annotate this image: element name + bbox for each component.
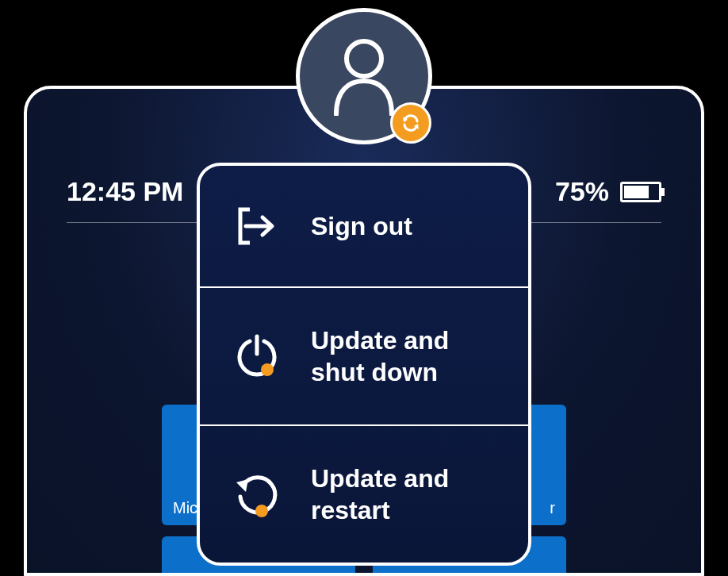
menu-item-label: Update and restart (311, 463, 495, 526)
sync-icon (400, 112, 422, 134)
status-right: 75% (555, 176, 661, 207)
avatar[interactable] (296, 8, 432, 144)
svg-point-7 (255, 505, 268, 517)
update-shutdown-button[interactable]: Update and shut down (200, 286, 528, 424)
restart-update-icon (233, 470, 281, 518)
tile-label: Mic (173, 499, 197, 517)
battery-icon (620, 182, 661, 202)
battery-percent: 75% (555, 176, 609, 207)
power-menu: Sign out Update and shut down Update (197, 163, 531, 566)
power-update-icon (233, 332, 281, 380)
svg-point-5 (261, 363, 274, 376)
avatar-container (296, 8, 432, 144)
svg-point-0 (347, 41, 381, 76)
clock-time: 12:45 PM (67, 176, 183, 207)
update-badge (390, 102, 431, 144)
sign-out-icon (233, 202, 281, 250)
menu-item-label: Update and shut down (311, 324, 495, 388)
battery-fill (624, 186, 649, 198)
svg-marker-6 (236, 479, 248, 492)
tile-label: r (550, 499, 555, 517)
viewport: 12:45 PM 75% Mic r (0, 0, 728, 576)
sign-out-button[interactable]: Sign out (200, 166, 528, 286)
update-restart-button[interactable]: Update and restart (200, 424, 528, 563)
person-icon (328, 36, 400, 116)
menu-item-label: Sign out (311, 210, 495, 242)
